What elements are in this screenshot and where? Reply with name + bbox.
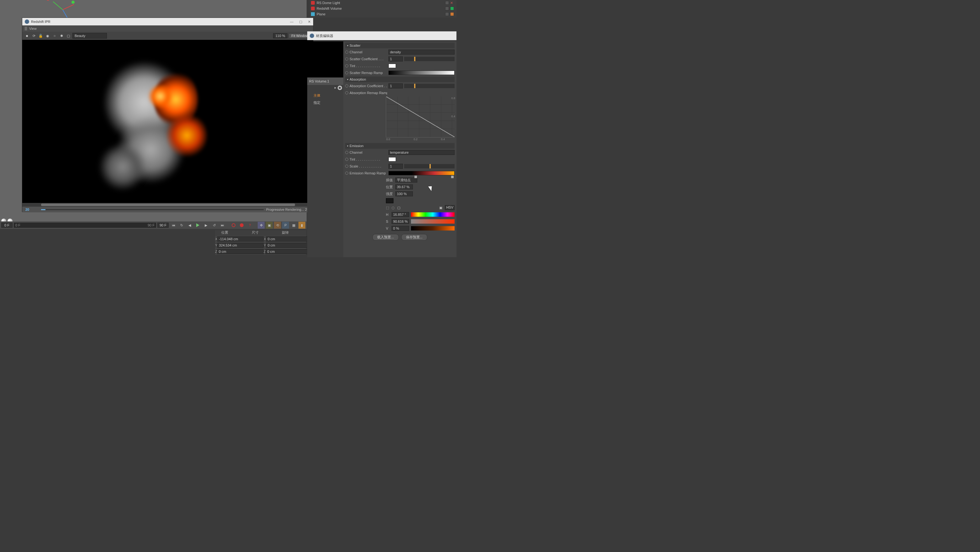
pos-z-input[interactable]: [217, 249, 264, 254]
scene-item[interactable]: Redshift Volume: [310, 6, 457, 11]
val-slider[interactable]: [411, 226, 455, 231]
material-tag-icon[interactable]: [450, 12, 454, 16]
color-swatch[interactable]: [386, 198, 393, 203]
stop-intensity-input[interactable]: [395, 191, 413, 196]
pos-x-input[interactable]: [217, 236, 264, 241]
sat-input[interactable]: [391, 219, 409, 224]
hsv-mode-button[interactable]: HSV: [445, 205, 455, 210]
scale-tool-button[interactable]: ▣: [266, 222, 273, 229]
move-tool-button[interactable]: ✥: [258, 222, 265, 229]
loop-fwd-button[interactable]: ↺: [211, 222, 218, 229]
hue-input[interactable]: [391, 212, 409, 217]
start-frame-field[interactable]: 0 F: [1, 223, 13, 228]
keyframe-ring-icon[interactable]: [345, 85, 348, 88]
material-editor-titlebar[interactable]: 材质编辑器: [307, 31, 457, 40]
param-tool-button[interactable]: P: [282, 222, 289, 229]
keyframe-ring-icon[interactable]: [345, 64, 348, 67]
ipr-titlebar[interactable]: Redshift IPR — ▢ ✕: [22, 18, 313, 26]
picker-img-icon[interactable]: ▣: [439, 206, 442, 210]
absorption-ramp-chart[interactable]: 0.8 0.4 0.0 0.2 0.4: [386, 97, 455, 137]
zoom-field[interactable]: 110 %: [273, 33, 287, 38]
keyframe-ring-icon[interactable]: [345, 172, 348, 175]
arrow-right-icon[interactable]: ▸: [334, 86, 336, 90]
absorb-coeff-slider[interactable]: [404, 84, 455, 88]
stop-icon[interactable]: ■: [24, 33, 30, 38]
grid-tool-button[interactable]: ▦: [290, 222, 297, 229]
picker-wheel-icon[interactable]: ◌: [391, 206, 395, 210]
goto-start-button[interactable]: ⏮: [170, 222, 177, 229]
end-frame-field[interactable]: 90 F: [158, 223, 169, 228]
scatter-coeff-input[interactable]: [388, 56, 403, 61]
size-y-input[interactable]: [266, 243, 313, 248]
region-circle-icon[interactable]: ○: [52, 33, 57, 38]
horizontal-scrollbar[interactable]: [22, 203, 313, 207]
step-fwd-button[interactable]: ▶: [202, 222, 209, 229]
picker-dropper-icon[interactable]: ⬚: [386, 206, 389, 210]
section-scatter[interactable]: Scatter: [345, 43, 455, 48]
layer-tag-icon[interactable]: [445, 6, 449, 10]
timeline-track[interactable]: 0 F 90 F: [14, 223, 156, 228]
maximize-icon[interactable]: ▢: [299, 20, 302, 24]
scene-item[interactable]: Plane: [310, 11, 457, 17]
snowflake-icon[interactable]: ✱: [59, 33, 64, 38]
size-z-input[interactable]: [266, 249, 312, 254]
layer-tag-icon[interactable]: [445, 12, 449, 16]
keyframe-ring-icon[interactable]: [345, 165, 348, 168]
enable-tag-icon[interactable]: [450, 6, 454, 10]
scatter-channel-input[interactable]: [388, 49, 455, 54]
scatter-coeff-slider[interactable]: [404, 57, 455, 61]
keyframe-ring-icon[interactable]: [345, 51, 348, 54]
load-preset-button[interactable]: 载入预置...: [372, 234, 398, 241]
goto-end-button[interactable]: ⏭: [219, 222, 226, 229]
lock-icon[interactable]: 🔓: [38, 33, 44, 38]
scatter-ramp[interactable]: [388, 70, 455, 75]
sat-slider[interactable]: [411, 219, 455, 223]
ramp-stop-handle[interactable]: [451, 175, 453, 178]
play-button[interactable]: [194, 222, 201, 229]
emission-scale-input[interactable]: [388, 164, 403, 169]
snapshot-icon[interactable]: ◉: [45, 33, 51, 38]
emission-tint-swatch[interactable]: [388, 157, 396, 161]
interp-dropdown[interactable]: [395, 177, 417, 182]
keyframe-ring-icon[interactable]: [345, 158, 348, 161]
section-absorption[interactable]: Absorption: [345, 77, 455, 82]
ramp-stop-handle[interactable]: [414, 175, 417, 178]
picker-square-icon[interactable]: ▢: [397, 206, 400, 210]
emission-channel-input[interactable]: [388, 150, 455, 155]
scene-item[interactable]: RS Dome Light ✕: [310, 0, 457, 6]
delete-icon[interactable]: ✕: [450, 1, 454, 5]
rotate-tool-button[interactable]: ⟲: [274, 222, 281, 229]
tab-assign[interactable]: 指定: [307, 99, 343, 106]
aov-dropdown[interactable]: Beauty: [72, 33, 107, 38]
render-viewport[interactable]: [22, 40, 313, 203]
keyframe-ring-icon[interactable]: [345, 151, 348, 154]
help-record-button[interactable]: ?: [247, 222, 253, 229]
loop-button[interactable]: ↻: [178, 222, 185, 229]
record-button[interactable]: [238, 222, 245, 229]
section-emission[interactable]: Emission: [345, 143, 455, 149]
view-menu[interactable]: View: [29, 27, 37, 30]
keyframe-ring-icon[interactable]: [345, 71, 348, 74]
tab-main[interactable]: 主体: [307, 92, 343, 99]
material-preview[interactable]: [307, 41, 343, 77]
refresh-icon[interactable]: ⟳: [31, 33, 37, 38]
size-x-input[interactable]: [266, 236, 313, 241]
pos-y-input[interactable]: [217, 243, 264, 248]
stop-position-input[interactable]: [395, 184, 413, 190]
keyframe-ring-icon[interactable]: [345, 91, 348, 94]
step-back-button[interactable]: ◀: [186, 222, 193, 229]
keyframe-ring-icon[interactable]: [345, 57, 348, 61]
scatter-tint-swatch[interactable]: [388, 64, 396, 68]
emission-ramp[interactable]: [388, 171, 455, 175]
absorb-coeff-input[interactable]: [388, 83, 403, 88]
hue-slider[interactable]: [411, 212, 455, 217]
material-node-name[interactable]: RS Volume.1: [307, 77, 343, 85]
close-icon[interactable]: ✕: [308, 20, 311, 24]
record-outline-button[interactable]: [230, 222, 237, 229]
region-rect-icon[interactable]: ▢: [65, 33, 71, 38]
val-input[interactable]: [391, 226, 409, 231]
film-tool-button[interactable]: ▮: [299, 222, 305, 229]
minimize-icon[interactable]: —: [290, 20, 293, 24]
save-preset-button[interactable]: 保存预置...: [401, 234, 427, 241]
globe-icon[interactable]: ◉: [338, 86, 342, 90]
